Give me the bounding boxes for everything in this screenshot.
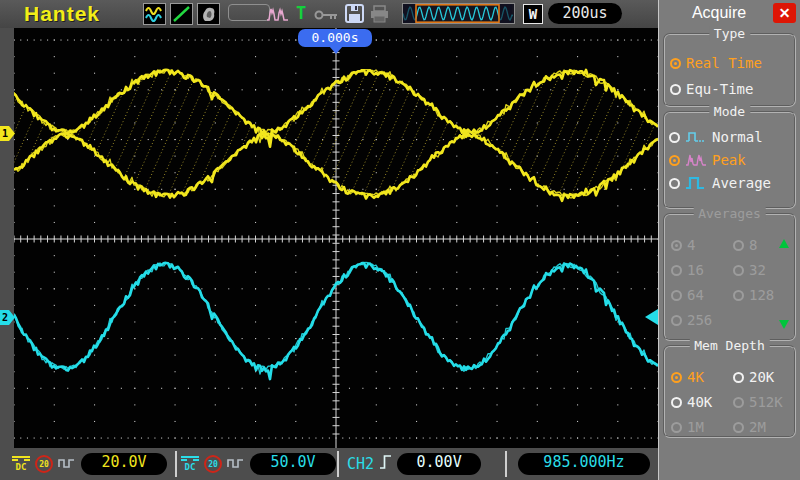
radio-1m: 1M: [671, 419, 733, 435]
ch1-probe-icon: [58, 455, 76, 474]
radio-normal[interactable]: Normal: [669, 129, 794, 145]
radio-label: Real Time: [686, 55, 762, 71]
radio-label: Average: [712, 175, 771, 191]
brand-logo: Hantek: [24, 2, 100, 26]
group-title: Mode: [709, 104, 750, 119]
top-toolbar: Hantek T W 200us: [0, 0, 658, 28]
radio-512k: 512K: [733, 394, 794, 410]
radio-label: 64: [687, 287, 704, 303]
radio-circle: [669, 178, 680, 189]
radio-label: 4K: [687, 369, 704, 385]
menu-title: Acquire: [669, 4, 769, 22]
trigger-level-marker[interactable]: [645, 309, 658, 325]
group-mem-depth: Mem Depth4K20K40K512K1M2M: [663, 345, 796, 438]
radio-circle: [733, 265, 744, 276]
ch1-coupling-icon: DC: [12, 456, 30, 472]
ch1-status[interactable]: DC 20 20.0V: [12, 448, 167, 480]
radio-circle: [671, 397, 682, 408]
radio-circle: [671, 372, 682, 383]
empty-toolbar-slot: [228, 4, 270, 21]
ch1-volts-div-readout: 20.0V: [81, 453, 167, 475]
channel-waves-icon[interactable]: [143, 3, 166, 25]
trigger-status[interactable]: CH2 0.00V: [347, 448, 481, 480]
key-icon: [314, 7, 340, 26]
radio-2m: 2M: [733, 419, 794, 435]
radio-20k[interactable]: 20K: [733, 369, 794, 385]
radio-equ-time[interactable]: Equ-Time: [670, 81, 794, 97]
radio-label: 1M: [687, 419, 704, 435]
group-mode: ModeNormalPeakAverage: [663, 111, 796, 209]
average-waveform-icon: [685, 175, 707, 191]
radio-circle: [733, 422, 744, 433]
trigger-T-icon: T: [296, 3, 306, 23]
ch2-volts-div-readout: 50.0V: [250, 453, 336, 475]
radio-circle: [670, 58, 681, 69]
divider: [175, 451, 177, 477]
frequency-counter: 985.000Hz: [518, 448, 650, 480]
radio-label: 20K: [749, 369, 774, 385]
radio-label: 16: [687, 262, 704, 278]
printer-icon: [369, 4, 390, 28]
radio-4k[interactable]: 4K: [671, 369, 733, 385]
acquire-menu-panel: Acquire ✕ TypeReal TimeEqu-TimeModeNorma…: [658, 0, 800, 480]
hand-icon[interactable]: [197, 3, 220, 25]
scroll-up-arrow[interactable]: [779, 239, 789, 248]
normal-waveform-icon: [685, 129, 707, 145]
save-icon[interactable]: [344, 3, 365, 28]
radio-4: 4: [671, 237, 733, 253]
radio-label: 40K: [687, 394, 712, 410]
radio-label: 2M: [749, 419, 766, 435]
timebase-readout: 200us: [548, 3, 622, 24]
window-mode-icon[interactable]: W: [523, 4, 543, 24]
radio-circle: [669, 155, 680, 166]
radio-label: 32: [749, 262, 766, 278]
group-type: TypeReal TimeEqu-Time: [663, 33, 796, 107]
divider: [337, 451, 339, 477]
ch2-bandwidth-icon: 20: [204, 455, 222, 473]
waveform-preview[interactable]: [402, 3, 515, 24]
radio-circle: [733, 397, 744, 408]
group-averages: Averages48163264128256: [663, 213, 796, 341]
radio-label: 512K: [749, 394, 783, 410]
radio-circle: [671, 315, 682, 326]
radio-label: Equ-Time: [686, 81, 753, 97]
ch2-status[interactable]: DC 20 50.0V: [181, 448, 336, 480]
radio-circle: [733, 240, 744, 251]
line-style-icon[interactable]: [170, 3, 193, 25]
radio-256: 256: [671, 312, 733, 328]
group-title: Type: [709, 26, 750, 41]
radio-32: 32: [733, 262, 794, 278]
peak-waveform-icon: [685, 152, 707, 168]
radio-40k[interactable]: 40K: [671, 394, 733, 410]
radio-circle: [733, 290, 744, 301]
trigger-slope-icon: [379, 453, 392, 476]
radio-label: 128: [749, 287, 774, 303]
close-button[interactable]: ✕: [773, 3, 796, 23]
waveform-display: [14, 28, 658, 448]
radio-label: 256: [687, 312, 712, 328]
group-title: Mem Depth: [689, 338, 769, 353]
radio-average[interactable]: Average: [669, 175, 794, 191]
radio-64: 64: [671, 287, 733, 303]
radio-real-time[interactable]: Real Time: [670, 55, 794, 71]
radio-label: 4: [687, 237, 695, 253]
radio-circle: [671, 265, 682, 276]
trigger-position-marker[interactable]: [329, 46, 343, 54]
divider: [505, 451, 507, 477]
ch1-bandwidth-icon: 20: [35, 455, 53, 473]
radio-circle: [669, 132, 680, 143]
status-bar: DC 20 20.0V DC 20 50.0V CH2 0.00V 985.00…: [0, 448, 658, 480]
oscilloscope-screen: { "toolbar": { "logo": "Hantek", "icons"…: [0, 0, 800, 480]
radio-circle: [671, 422, 682, 433]
trigger-source-label: CH2: [347, 455, 374, 473]
radio-circle: [670, 84, 681, 95]
scroll-down-arrow[interactable]: [779, 320, 789, 329]
trigger-position-readout[interactable]: 0.000s: [298, 29, 372, 47]
radio-peak[interactable]: Peak: [669, 152, 794, 168]
ch2-coupling-icon: DC: [181, 456, 199, 472]
radio-16: 16: [671, 262, 733, 278]
radio-label: Peak: [712, 152, 746, 168]
group-title: Averages: [693, 206, 766, 221]
radio-circle: [671, 290, 682, 301]
radio-circle: [671, 240, 682, 251]
